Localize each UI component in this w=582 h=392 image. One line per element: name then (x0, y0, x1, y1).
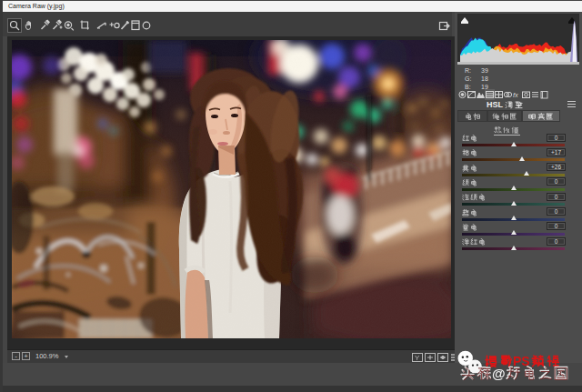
svg-text:fx: fx (513, 91, 518, 99)
svg-text:Y: Y (415, 354, 420, 362)
